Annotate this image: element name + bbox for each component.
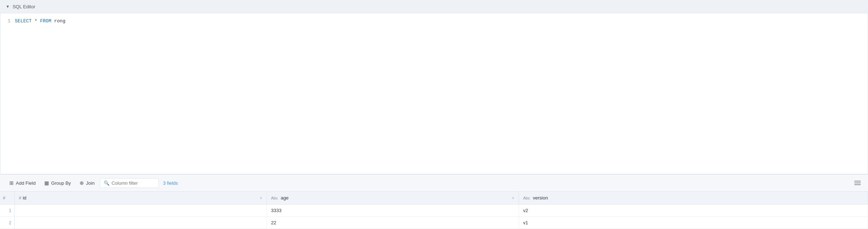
table-row: 1 3333 v2	[0, 205, 868, 217]
col-header-version[interactable]: Abc version	[519, 192, 868, 205]
sql-editor-area[interactable]: 1 SELECT * FROM rong	[0, 13, 868, 174]
row-2-num: 2	[0, 217, 14, 229]
row-2-version: v1	[519, 217, 868, 229]
row-2-age: 22	[267, 217, 519, 229]
id-col-dropdown-icon[interactable]: ∨	[260, 196, 262, 200]
menu-bar-2	[854, 183, 861, 183]
sql-editor-title: SQL Editor	[13, 4, 35, 9]
table-header-row: # # id ∨ A	[0, 192, 868, 205]
col-version-name: version	[533, 195, 548, 201]
main-container: ▼ SQL Editor 1 SELECT * FROM rong ⊞ Add …	[0, 0, 868, 229]
col-age-name: age	[281, 195, 288, 201]
sql-editor-header: ▼ SQL Editor	[0, 0, 868, 13]
column-filter-input[interactable]	[112, 180, 155, 186]
row-num-col-header: #	[0, 192, 14, 205]
add-field-button[interactable]: ⊞ Add Field	[6, 178, 39, 188]
col-header-id[interactable]: # id ∨	[14, 192, 267, 205]
sql-from-keyword: FROM	[40, 18, 51, 24]
join-button[interactable]: ⊕ Join	[76, 178, 98, 188]
chevron-icon: ▼	[6, 4, 10, 9]
sql-editor-content: 1 SELECT * FROM rong	[0, 13, 868, 174]
data-table-container: # # id ∨ A	[0, 192, 868, 229]
toolbar: ⊞ Add Field ▦ Group By ⊕ Join 🔍 3 fields	[0, 174, 868, 192]
join-icon: ⊕	[80, 180, 84, 186]
toolbar-right	[853, 179, 862, 187]
row-1-id	[14, 205, 267, 217]
sql-table-name: rong	[54, 18, 65, 24]
group-by-button[interactable]: ▦ Group By	[41, 178, 75, 188]
line-number-1: 1	[0, 18, 10, 24]
line-numbers: 1	[0, 18, 15, 170]
code-area[interactable]: SELECT * FROM rong	[15, 18, 868, 170]
search-icon: 🔍	[104, 180, 109, 186]
age-type-badge: Abc	[271, 196, 278, 200]
group-by-icon: ▦	[44, 180, 49, 186]
column-filter-container[interactable]: 🔍	[100, 178, 159, 188]
age-col-dropdown-icon[interactable]: ∨	[512, 196, 514, 200]
menu-icon[interactable]	[853, 179, 862, 187]
group-by-label: Group By	[51, 180, 71, 186]
sql-select-keyword: SELECT	[15, 18, 32, 24]
row-1-num: 1	[0, 205, 14, 217]
sql-star-from: *	[35, 18, 40, 24]
col-id-name: id	[23, 195, 26, 201]
row-1-age: 3333	[267, 205, 519, 217]
version-type-badge: Abc	[523, 196, 530, 200]
add-field-label: Add Field	[16, 180, 36, 186]
data-table: # # id ∨ A	[0, 192, 868, 229]
row-2-id	[14, 217, 267, 229]
row-1-version: v2	[519, 205, 868, 217]
menu-bar-1	[854, 181, 861, 181]
table-row: 2 22 v1	[0, 217, 868, 229]
join-label: Join	[86, 180, 95, 186]
hash-icon: #	[3, 196, 5, 201]
menu-bar-3	[854, 184, 861, 185]
add-field-icon: ⊞	[9, 180, 14, 186]
id-type-icon: #	[19, 196, 22, 201]
col-header-age[interactable]: Abc age ∨	[267, 192, 519, 205]
fields-count-label: 3 fields	[163, 180, 178, 186]
